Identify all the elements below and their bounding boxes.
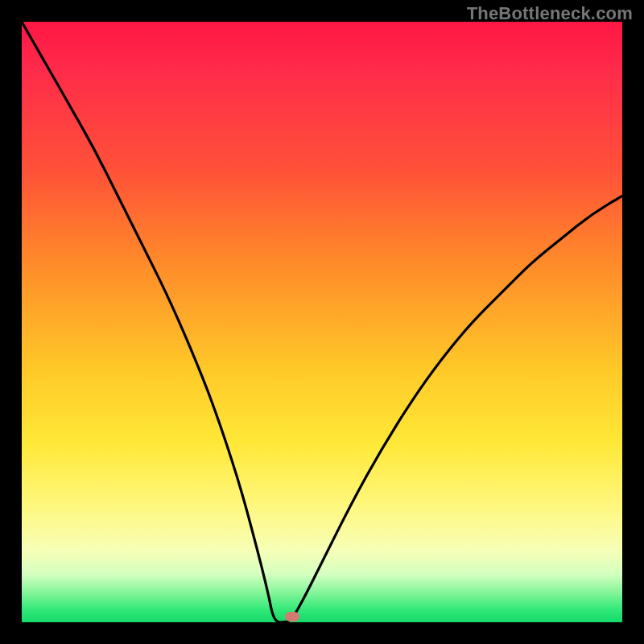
watermark-text: TheBottleneck.com xyxy=(467,3,633,24)
optimum-marker xyxy=(285,612,299,621)
chart-frame: TheBottleneck.com xyxy=(0,0,644,644)
bottleneck-curve xyxy=(22,22,622,622)
plot-area xyxy=(22,22,622,622)
